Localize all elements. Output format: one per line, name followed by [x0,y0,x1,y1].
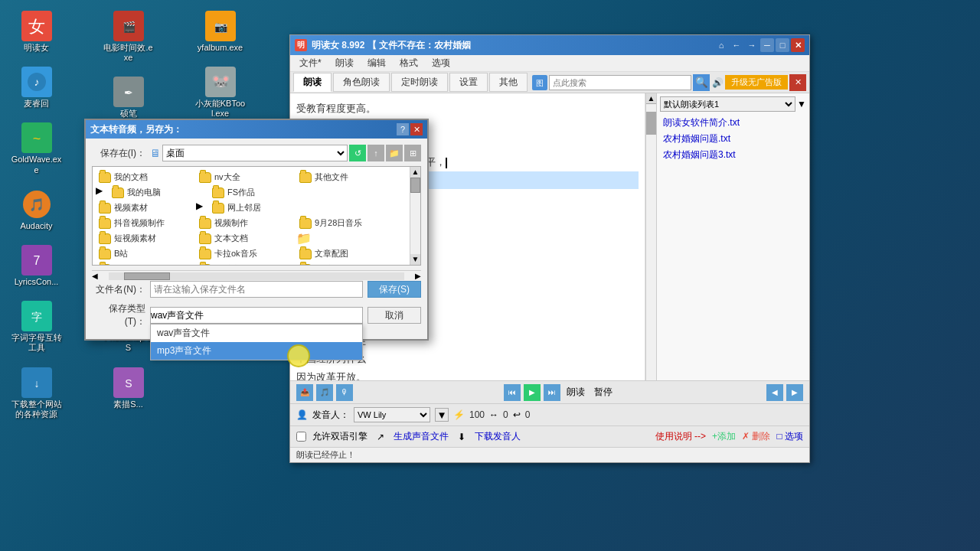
maximize-button[interactable]: □ [776,38,789,52]
grid-item-qitawenjian[interactable]: 其他文件 [296,170,396,184]
dialog-help-btn[interactable]: ? [397,123,409,135]
folder-icon [99,203,111,214]
search-input[interactable] [549,75,691,90]
grid-item-nvdaquan[interactable]: nv大全 [196,170,296,184]
desktop-icon-xiaohuei[interactable]: 🐭 小灰能KBTool.exe [191,64,249,122]
generate-audio-btn[interactable]: 生成声音文件 [394,430,449,443]
export-btn[interactable]: 📤 [296,384,313,401]
grid-item-fszuopin[interactable]: FS作品 [209,185,309,200]
search-button[interactable]: 🔍 [693,74,710,91]
grid-item-shipinzhizuo[interactable]: 视频制作 [196,216,296,230]
desktop-icon-xiazai[interactable]: ↓ 下载整个网站的各种资源 [8,364,65,422]
grid-item-wenbenwendang[interactable]: 文本文档 [196,231,296,246]
loc-up-btn[interactable]: ↑ [368,145,384,161]
desktop-icon-mingdu[interactable]: 女 明读女 [8,8,65,56]
file-item-2[interactable]: 农村婚姻问题.txt [660,131,806,147]
grid-item-mv[interactable]: MV [96,262,195,265]
hscroll-right-btn[interactable]: ▶ [415,272,421,280]
location-select[interactable]: 桌面 [162,145,348,161]
desktop-icon-mairui[interactable]: ♪ 麦睿回 [8,64,65,112]
desktop-icon-audacity[interactable]: 🎵 Audacity [8,186,65,234]
grid-item-wenzhangpeitu[interactable]: 文章配图 [296,246,396,261]
dropdown-item-mp3[interactable]: mp3声音文件 [151,342,362,360]
tab-shezhi[interactable]: 设置 [449,73,488,92]
loc-refresh-btn[interactable]: ↺ [349,145,366,161]
desktop-icon-lyricscon[interactable]: 7 LyricsCon... [8,242,65,290]
music-btn[interactable]: 🎵 [316,384,333,401]
vol-up-btn[interactable]: ▶ [786,384,803,401]
file-grid: 我的文档 nv大全 其他文件 ▶ 我的电脑 [93,167,410,265]
desktop-icon-sumu[interactable]: S 素描S... [100,364,157,412]
filetype-select[interactable]: wav声音文件 [150,307,363,324]
playlist-select[interactable]: 默认朗读列表1 [660,96,795,112]
grid-item-wangshanglinju[interactable]: 网上邻居 [209,201,309,215]
file-item-3[interactable]: 农村婚姻问题3.txt [660,147,806,163]
play-btn[interactable]: ▶ [524,384,541,401]
desktop-icon-yfalbum[interactable]: 📷 yfalbum.exe [191,8,249,56]
grid-item-nongcunhunjia[interactable]: 农村婚姻LOGO [296,262,396,265]
scroll-up-btn[interactable]: ▲ [646,93,656,104]
desktop-icon-goldwave[interactable]: ~ GoldWave.exe [8,119,65,178]
scroll-down[interactable]: ▼ [410,254,420,265]
svg-text:S: S [125,377,132,390]
grid-item-kalaok[interactable]: 卡拉ok音乐 [196,246,296,261]
desktop-icon-dianying[interactable]: 🎬 电影时间效.exe [100,8,157,66]
tab-other[interactable]: 其他 [489,73,528,92]
desktop-icon-label: 小灰能KBTool.exe [194,99,246,119]
hscroll-thumb[interactable] [124,272,170,280]
bilingual-checkbox[interactable] [296,432,306,442]
menu-edit[interactable]: 编辑 [361,55,392,71]
grid-item-douyinshipin[interactable]: 抖音视频制作 [96,216,195,230]
delete-btn[interactable]: ✗ 删除 [742,430,770,443]
grid-item-shipinsucai[interactable]: 视频素材 [96,201,195,215]
file-item-1[interactable]: 朗读女软件简介.txt [660,115,806,131]
add-btn[interactable]: +添加 [712,430,736,443]
dialog-close-btn[interactable]: ✕ [410,123,423,135]
tab-langdu[interactable]: 朗读 [293,73,332,92]
desktop-icon-shubi[interactable]: ✒ 硕笔 [100,73,157,122]
grid-item-wodediannao[interactable]: 我的电脑 [109,185,208,200]
scroll-up[interactable]: ▲ [410,167,420,178]
menu-format[interactable]: 格式 [394,55,424,71]
back-nav-btn[interactable]: ← [730,38,743,52]
tab-juese[interactable]: 角色朗读 [333,73,390,92]
minimize-button[interactable]: ─ [760,38,774,52]
grid-item-duanshipinsucai[interactable]: 短视频素材 [96,231,195,246]
home-nav-btn[interactable]: ⌂ [714,38,728,52]
menu-read[interactable]: 朗读 [329,55,360,71]
folder-expand-icon-2: ▶ [196,201,208,215]
dialog-scrollbar[interactable]: ▲ ▼ [410,167,420,265]
voice-dropdown-btn[interactable]: ▼ [435,408,449,422]
voice-select[interactable]: VW Lily [354,407,430,422]
save-button[interactable]: 保存(S) [368,281,421,298]
filename-input[interactable] [150,281,363,298]
prev-btn[interactable]: ⏮ [504,384,521,401]
grid-item-928riyin[interactable]: 9月28日音乐 [296,216,396,230]
forward-nav-btn[interactable]: → [745,38,759,52]
close-toolbar-btn[interactable]: ✕ [789,74,806,91]
grid-item-nongcunlogo[interactable]: 农村省钱哥LOGO [196,262,296,265]
options-btn[interactable]: □ 选项 [776,430,803,443]
next-btn[interactable]: ⏭ [544,384,560,401]
upgrade-button[interactable]: 升级无广告版 [725,75,788,90]
menu-file[interactable]: 文件* [293,55,328,71]
scroll-thumb[interactable] [410,178,420,193]
loc-view-btn[interactable]: ⊞ [404,145,421,161]
cancel-button[interactable]: 取消 [368,307,421,324]
grid-item-bzhan[interactable]: B站 [96,246,195,261]
vol-down-btn[interactable]: ◀ [766,384,783,401]
close-button[interactable]: ✕ [791,38,805,52]
person-icon: 👤 [296,409,308,420]
menu-options[interactable]: 选项 [426,55,456,71]
usage-link[interactable]: 使用说明 --> [655,430,706,443]
folder-icon [199,264,211,266]
grid-item-wodewenjian[interactable]: 我的文档 [96,170,195,184]
desktop-icon-zici[interactable]: 字 字词字母互转工具 [8,298,65,356]
tab-dingshi[interactable]: 定时朗读 [391,73,448,92]
loc-newfolder-btn[interactable]: 📁 [386,145,403,161]
scroll-thumb[interactable] [646,112,656,135]
mic-btn[interactable]: 🎙 [336,384,353,401]
download-voice-btn[interactable]: 下载发音人 [475,430,521,443]
hscroll-left-btn[interactable]: ◀ [92,272,98,280]
dropdown-item-wav[interactable]: wav声音文件 [151,324,362,342]
